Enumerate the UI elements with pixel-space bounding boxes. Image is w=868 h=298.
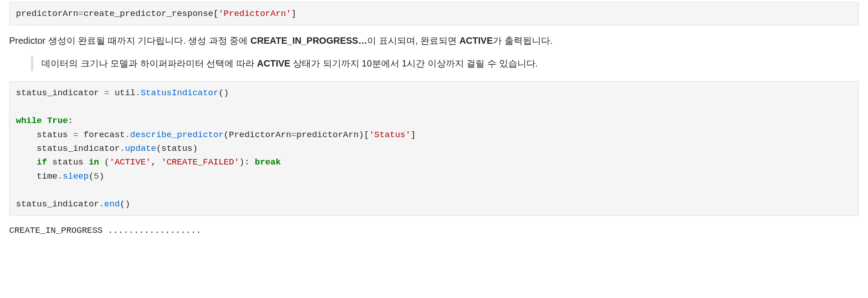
code-token: . <box>120 144 125 154</box>
code-token: : <box>68 116 73 126</box>
text: 상태가 되기까지 10분에서 1시간 이상까지 걸릴 수 있습니다. <box>291 58 538 68</box>
code-token: status <box>16 130 73 140</box>
code-token: , <box>151 157 161 167</box>
code-token: describe_predictor <box>130 130 224 140</box>
blockquote-text: 데이터의 크기나 모델과 하이퍼파라미터 선택에 따라 ACTIVE 상태가 되… <box>41 57 859 70</box>
markdown-blockquote: 데이터의 크기나 모델과 하이퍼파라미터 선택에 따라 ACTIVE 상태가 되… <box>31 56 859 71</box>
code-token: forecast <box>78 130 125 140</box>
code-token: () <box>120 199 130 209</box>
code-token: . <box>125 130 130 140</box>
code-token: ( <box>89 171 94 181</box>
notebook-content: predictorArn=create_predictor_response['… <box>0 0 868 246</box>
code-token: status_indicator <box>16 144 120 154</box>
code-token: StatusIndicator <box>141 88 219 98</box>
text: 데이터의 크기나 모델과 하이퍼파라미터 선택에 따라 <box>41 58 257 68</box>
code-token: 5 <box>94 171 99 181</box>
code-token <box>16 157 37 167</box>
code-token: 'Status' <box>369 130 410 140</box>
code-token: status_indicator <box>16 88 104 98</box>
code-token: = <box>104 88 109 98</box>
code-token: ( <box>99 157 109 167</box>
code-token: predictorArn <box>16 9 78 19</box>
code-token: . <box>99 199 104 209</box>
code-token: sleep <box>63 171 89 181</box>
code-token: True <box>47 116 68 126</box>
code-token: end <box>104 199 120 209</box>
code-token: update <box>125 144 156 154</box>
text-bold: ACTIVE <box>460 36 493 46</box>
code-token: (status) <box>156 144 198 154</box>
code-token <box>42 116 47 126</box>
markdown-paragraph: Predictor 생성이 완료될 때까지 기다립니다. 생성 과정 중에 CR… <box>9 34 859 47</box>
code-token: predictorArn)[ <box>296 130 369 140</box>
code-token: () <box>219 88 229 98</box>
text: Predictor 생성이 완료될 때까지 기다립니다. 생성 과정 중에 <box>9 36 250 46</box>
code-token: if <box>37 157 47 167</box>
code-cell-1: predictorArn=create_predictor_response['… <box>9 2 859 26</box>
code-token: time <box>16 171 57 181</box>
code-token: break <box>255 157 281 167</box>
code-token: while <box>16 116 42 126</box>
code-token: . <box>135 88 140 98</box>
code-token: create_predictor_response[ <box>83 9 218 19</box>
code-token: 'CREATE_FAILED' <box>161 157 239 167</box>
cell-output: CREATE_IN_PROGRESS .................. <box>9 224 859 237</box>
code-token: util <box>109 88 135 98</box>
code-token: status <box>47 157 88 167</box>
code-token: status_indicator <box>16 199 99 209</box>
code-token: . <box>57 171 62 181</box>
text: 이 표시되며, 완료되면 <box>367 36 459 46</box>
code-token: 'ACTIVE' <box>109 157 151 167</box>
code-token: in <box>89 157 99 167</box>
text-bold: ACTIVE <box>257 58 290 68</box>
code-token: (PredictorArn <box>224 130 291 140</box>
code-token: = <box>291 130 296 140</box>
code-token: ): <box>239 157 255 167</box>
code-token: ) <box>99 171 104 181</box>
text-bold: CREATE_IN_PROGRESS… <box>250 36 367 46</box>
code-token: = <box>73 130 78 140</box>
code-token: 'PredictorArn' <box>219 9 291 19</box>
code-token: = <box>78 9 83 19</box>
text: 가 출력됩니다. <box>493 36 552 46</box>
code-token: ] <box>291 9 296 19</box>
code-token: ] <box>411 130 416 140</box>
code-cell-2: status_indicator = util.StatusIndicator(… <box>9 81 859 216</box>
